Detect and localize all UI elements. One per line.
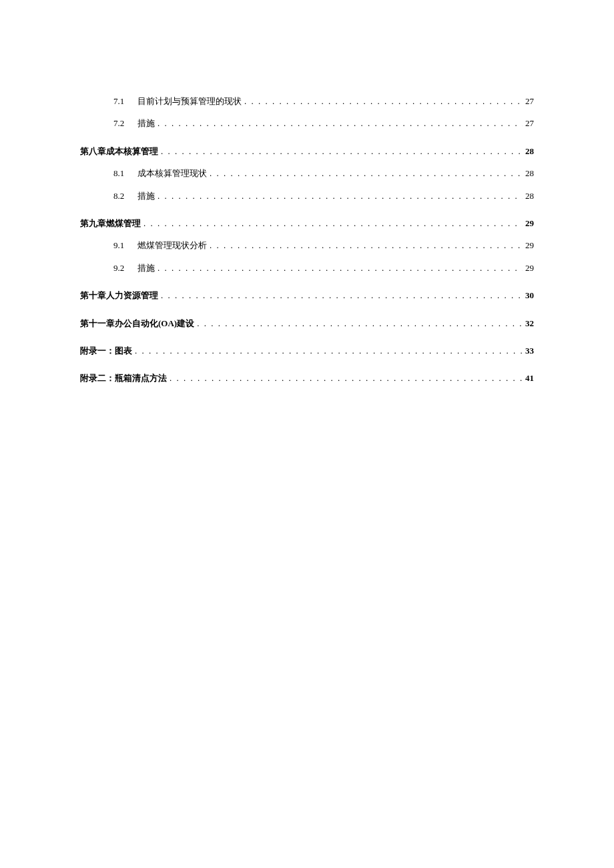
toc-entry-page: 28 xyxy=(525,143,534,159)
toc-entry-number: 7.2 xyxy=(113,115,129,131)
toc-entry-number: 9.2 xyxy=(113,260,129,276)
toc-entry-title: 措施 xyxy=(137,115,155,131)
toc-entry-page: 28 xyxy=(525,188,534,203)
toc-entry-page: 30 xyxy=(525,288,534,303)
toc-entry-number: 8.2 xyxy=(113,188,129,203)
toc-entry-page: 29 xyxy=(525,215,534,231)
toc-leader-dots xyxy=(158,260,523,276)
toc-entry: 7.2措施27 xyxy=(80,115,534,131)
toc-entry-title: 成本核算管理现状 xyxy=(137,165,207,181)
toc-entry: 第十一章办公自动化(OA)建设32 xyxy=(80,316,534,331)
toc-entry-title: 燃煤管理现状分析 xyxy=(137,238,207,253)
toc-leader-dots xyxy=(161,288,523,303)
toc-entry-page: 28 xyxy=(525,165,534,181)
toc-entry: 附录二：瓶箱清点方法41 xyxy=(80,370,534,386)
toc-entry-page: 29 xyxy=(525,260,534,276)
toc-entry-title: 附录二：瓶箱清点方法 xyxy=(80,370,167,386)
toc-leader-dots xyxy=(135,343,523,358)
toc-entry-title: 第十章人力资源管理 xyxy=(80,288,158,303)
toc-entry-number: 7.1 xyxy=(113,93,129,109)
toc-leader-dots xyxy=(161,143,523,159)
toc-entry: 9.2措施29 xyxy=(80,260,534,276)
toc-entry-page: 33 xyxy=(525,343,534,358)
toc-entry-number: 8.1 xyxy=(113,165,129,181)
toc-entry: 7.1目前计划与预算管理的现状27 xyxy=(80,93,534,109)
toc-entry-title: 措施 xyxy=(137,188,155,203)
toc-entry-title: 第十一章办公自动化(OA)建设 xyxy=(80,316,194,331)
toc-entry: 附录一：图表33 xyxy=(80,343,534,358)
toc-entry-page: 41 xyxy=(525,370,534,386)
toc-entry: 第八章成本核算管理28 xyxy=(80,143,534,159)
toc-entry-title: 第九章燃煤管理 xyxy=(80,215,141,231)
toc-entry-page: 32 xyxy=(525,316,534,331)
toc-leader-dots xyxy=(244,93,523,109)
toc-entry-page: 27 xyxy=(525,115,534,131)
toc-leader-dots xyxy=(143,215,523,231)
toc-leader-dots xyxy=(210,165,523,181)
toc-leader-dots xyxy=(210,238,523,253)
toc-entry-title: 第八章成本核算管理 xyxy=(80,143,158,159)
toc-entry: 第九章燃煤管理29 xyxy=(80,215,534,231)
document-page: 7.1目前计划与预算管理的现状277.2措施27第八章成本核算管理288.1成本… xyxy=(0,0,614,386)
toc-entry-title: 附录一：图表 xyxy=(80,343,132,358)
table-of-contents: 7.1目前计划与预算管理的现状277.2措施27第八章成本核算管理288.1成本… xyxy=(80,93,534,386)
toc-entry-title: 目前计划与预算管理的现状 xyxy=(137,93,242,109)
toc-leader-dots xyxy=(158,188,523,203)
toc-entry: 8.2措施28 xyxy=(80,188,534,203)
toc-entry: 9.1燃煤管理现状分析29 xyxy=(80,238,534,253)
toc-leader-dots xyxy=(197,316,523,331)
toc-leader-dots xyxy=(170,370,523,386)
toc-entry-number: 9.1 xyxy=(113,238,129,253)
toc-entry: 第十章人力资源管理30 xyxy=(80,288,534,303)
toc-entry-page: 29 xyxy=(525,238,534,253)
toc-leader-dots xyxy=(158,115,523,131)
toc-entry-title: 措施 xyxy=(137,260,155,276)
toc-entry-page: 27 xyxy=(525,93,534,109)
toc-entry: 8.1成本核算管理现状28 xyxy=(80,165,534,181)
